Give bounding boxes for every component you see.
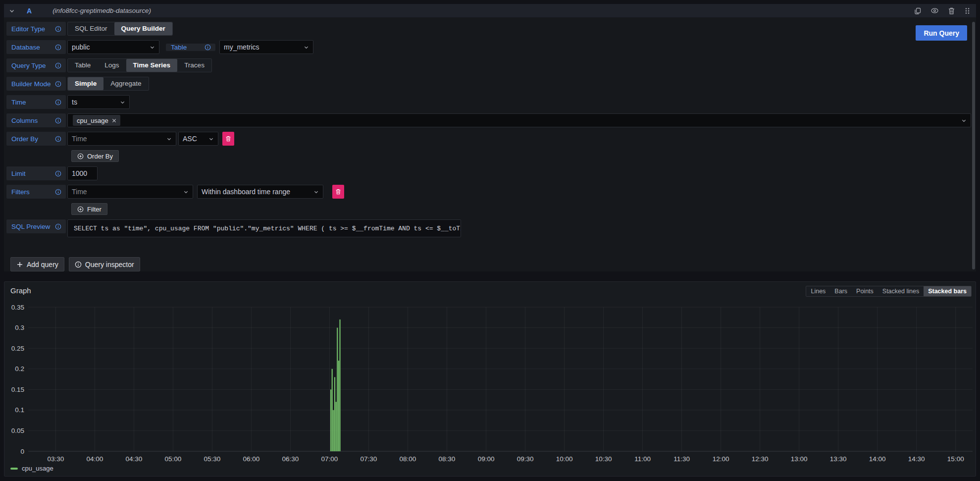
chevron-down-icon xyxy=(150,45,155,50)
table-label: Table xyxy=(171,44,187,51)
editor-type-label-box: Editor Type xyxy=(6,22,66,36)
x-axis-tick-label: 04:00 xyxy=(86,455,103,463)
info-icon[interactable] xyxy=(55,136,61,142)
x-axis-tick-label: 13:00 xyxy=(791,455,808,463)
chart-bar[interactable] xyxy=(339,320,340,451)
legend-item-cpu-usage[interactable]: cpu_usage xyxy=(10,465,53,472)
query-type-label-box: Query Type xyxy=(6,58,66,72)
order-by-direction-select[interactable]: ASC xyxy=(178,132,218,146)
y-axis-tick-label: 0.1 xyxy=(15,406,24,414)
x-axis-tick-label: 12:00 xyxy=(713,455,729,463)
info-icon[interactable] xyxy=(55,170,61,177)
x-axis-tick-label: 06:30 xyxy=(282,455,299,463)
add-query-button[interactable]: Add query xyxy=(10,257,64,271)
table-select[interactable]: my_metrics xyxy=(219,40,313,54)
editor-type-group-option[interactable]: SQL Editor xyxy=(68,22,114,35)
info-icon[interactable] xyxy=(55,223,61,230)
graph-mode-group-option[interactable]: Points xyxy=(852,286,878,296)
editor-type-group-option[interactable]: Query Builder xyxy=(114,22,172,35)
query-builder-form: Editor Type SQL EditorQuery Builder Data… xyxy=(4,17,976,237)
columns-multiselect[interactable]: cpu_usage xyxy=(67,113,971,127)
info-icon[interactable] xyxy=(55,189,61,195)
y-axis-tick-label: 0 xyxy=(20,448,24,455)
info-icon[interactable] xyxy=(55,117,61,124)
chart-bar[interactable] xyxy=(332,369,333,451)
x-axis-tick-label: 04:30 xyxy=(125,455,142,463)
x-axis-tick-label: 14:30 xyxy=(908,455,925,463)
chart-bar[interactable] xyxy=(333,410,334,451)
query-type-group-option[interactable]: Logs xyxy=(98,59,126,72)
query-type-group-option[interactable]: Table xyxy=(68,59,98,72)
add-order-by-button[interactable]: Order By xyxy=(71,150,119,162)
add-filter-button[interactable]: Filter xyxy=(71,203,107,215)
editor-type-label: Editor Type xyxy=(11,25,45,33)
plus-circle-icon xyxy=(77,153,84,160)
chart-bar[interactable] xyxy=(334,377,335,451)
query-inspector-button[interactable]: Query inspector xyxy=(69,257,140,271)
limit-label: Limit xyxy=(11,170,26,177)
remove-filter-button[interactable] xyxy=(332,185,344,199)
graph-mode-group-option[interactable]: Stacked lines xyxy=(878,286,924,296)
y-axis-tick-label: 0.15 xyxy=(11,386,24,393)
remove-order-by-button[interactable] xyxy=(222,132,234,146)
x-axis-tick-label: 08:30 xyxy=(439,455,456,463)
query-type-group-option[interactable]: Time Series xyxy=(126,59,178,72)
info-icon[interactable] xyxy=(55,44,61,51)
x-axis-tick-label: 05:30 xyxy=(204,455,220,463)
y-axis-tick-label: 0.2 xyxy=(15,365,24,373)
filter-condition-select[interactable]: Within dashboard time range xyxy=(197,185,323,199)
remove-tag-icon[interactable] xyxy=(112,118,116,123)
chart-bar[interactable] xyxy=(338,361,339,451)
timeseries-chart[interactable]: 00.050.10.150.20.250.30.3503:3004:0004:3… xyxy=(9,296,971,464)
query-type-group-option[interactable]: Traces xyxy=(177,59,211,72)
graph-mode-group-option[interactable]: Bars xyxy=(830,286,852,296)
table-value: my_metrics xyxy=(224,43,259,51)
chart-bar[interactable] xyxy=(336,402,337,451)
graph-mode-group-option[interactable]: Stacked bars xyxy=(924,286,971,296)
query-inspector-label: Query inspector xyxy=(85,261,134,268)
y-axis-tick-label: 0.35 xyxy=(11,304,24,311)
graph-mode-group-option[interactable]: Lines xyxy=(806,286,830,296)
time-label: Time xyxy=(11,99,26,106)
builder-mode-group-option[interactable]: Simple xyxy=(68,77,103,90)
filter-column-select[interactable]: Time xyxy=(67,185,193,199)
info-circle-icon xyxy=(75,261,82,268)
order-by-label-box: Order By xyxy=(6,132,66,146)
x-axis-tick-label: 15:00 xyxy=(947,455,964,463)
info-icon[interactable] xyxy=(55,81,61,87)
time-column-select[interactable]: ts xyxy=(67,95,130,109)
info-icon[interactable] xyxy=(205,44,211,51)
query-footer-actions: Add query Query inspector xyxy=(10,257,140,271)
info-icon[interactable] xyxy=(55,62,61,69)
order-by-column-value: Time xyxy=(72,135,87,143)
query-type-group: TableLogsTime SeriesTraces xyxy=(67,58,212,72)
row-add-filter: Filter xyxy=(6,203,971,215)
filter-column-value: Time xyxy=(72,188,87,196)
chart-svg[interactable]: 00.050.10.150.20.250.30.3503:3004:0004:3… xyxy=(9,296,980,464)
x-axis-tick-label: 05:00 xyxy=(164,455,181,463)
collapse-chevron-icon[interactable] xyxy=(9,8,15,14)
y-axis-tick-label: 0.05 xyxy=(11,427,24,434)
info-icon[interactable] xyxy=(55,26,61,32)
graph-panel: Graph LinesBarsPointsStacked linesStacke… xyxy=(4,281,976,477)
limit-input[interactable]: 1000 xyxy=(67,166,98,180)
x-axis-tick-label: 11:00 xyxy=(634,455,651,463)
chart-bar[interactable] xyxy=(337,328,338,451)
row-database: Database public Table my_metrics xyxy=(6,40,971,54)
builder-mode-group-option[interactable]: Aggregate xyxy=(103,77,148,90)
chart-bar[interactable] xyxy=(330,389,331,451)
column-tag-label: cpu_usage xyxy=(77,117,108,124)
delete-query-icon[interactable] xyxy=(948,7,955,15)
query-row-header[interactable]: A (info8fcc-greptimedb-datasource) xyxy=(4,4,976,17)
plus-icon xyxy=(16,261,23,268)
order-by-label: Order By xyxy=(11,135,38,143)
duplicate-query-icon[interactable] xyxy=(914,7,922,15)
row-editor-type: Editor Type SQL EditorQuery Builder xyxy=(6,22,971,36)
hide-response-eye-icon[interactable] xyxy=(930,6,939,15)
filter-condition-value: Within dashboard time range xyxy=(202,188,290,196)
order-by-column-select[interactable]: Time xyxy=(67,132,176,146)
info-icon[interactable] xyxy=(55,99,61,106)
database-select[interactable]: public xyxy=(67,40,159,54)
x-axis-tick-label: 09:00 xyxy=(478,455,495,463)
drag-handle-icon[interactable] xyxy=(964,7,970,15)
